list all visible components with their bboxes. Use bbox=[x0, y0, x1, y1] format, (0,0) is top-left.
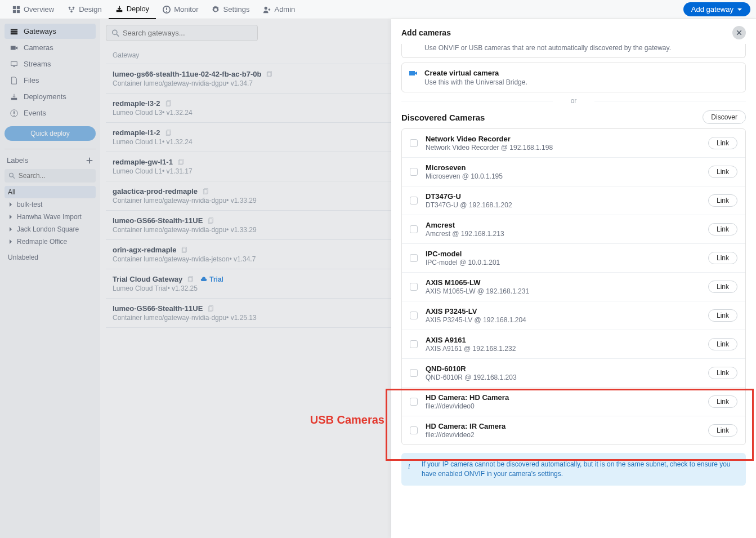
camera-checkbox[interactable] bbox=[410, 139, 418, 147]
file-icon bbox=[10, 77, 18, 85]
camera-checkbox[interactable] bbox=[410, 168, 418, 176]
discover-button[interactable]: Discover bbox=[703, 110, 746, 124]
panel-title: Add cameras bbox=[401, 28, 451, 37]
copy-icon[interactable] bbox=[187, 276, 194, 283]
label-item[interactable]: All bbox=[5, 186, 96, 198]
svg-point-21 bbox=[10, 173, 14, 177]
link-button[interactable]: Link bbox=[708, 309, 737, 322]
nav-label: Settings bbox=[223, 5, 249, 14]
svg-rect-2 bbox=[13, 10, 16, 12]
search-gateways[interactable] bbox=[106, 25, 258, 41]
top-nav: Overview Design Deploy Monitor Settings … bbox=[0, 0, 756, 19]
label-item[interactable]: Hanwha Wave Import bbox=[5, 211, 96, 223]
nav-label: Monitor bbox=[174, 5, 198, 14]
nav-admin[interactable]: Admin bbox=[256, 0, 302, 19]
link-button[interactable]: Link bbox=[708, 252, 737, 264]
nav-deploy[interactable]: Deploy bbox=[109, 0, 156, 19]
camera-checkbox[interactable] bbox=[410, 426, 418, 434]
nav-design[interactable]: Design bbox=[61, 0, 108, 19]
gear-icon bbox=[212, 6, 220, 14]
link-button[interactable]: Link bbox=[708, 367, 737, 379]
nav-overview[interactable]: Overview bbox=[6, 0, 61, 19]
camera-address: AXIS M1065-LW @ 192.168.1.231 bbox=[426, 287, 700, 295]
svg-rect-7 bbox=[116, 10, 122, 12]
quick-deploy-button[interactable]: Quick deploy bbox=[5, 126, 96, 141]
camera-checkbox[interactable] bbox=[410, 369, 418, 377]
camera-row: Network Video RecorderNetwork Video Reco… bbox=[402, 129, 745, 158]
copy-icon[interactable] bbox=[207, 305, 214, 312]
copy-icon[interactable] bbox=[266, 71, 272, 78]
sidebar-item-label: Deployments bbox=[24, 92, 66, 101]
camera-checkbox[interactable] bbox=[410, 398, 418, 406]
link-button[interactable]: Link bbox=[708, 166, 737, 178]
nav-monitor[interactable]: Monitor bbox=[156, 0, 205, 19]
copy-icon[interactable] bbox=[202, 188, 209, 195]
svg-point-10 bbox=[166, 11, 167, 12]
camera-checkbox[interactable] bbox=[410, 283, 418, 291]
label-text: Redmaple Office bbox=[17, 238, 67, 246]
sidebar-item-cameras[interactable]: Cameras bbox=[5, 40, 96, 55]
labels-search[interactable] bbox=[5, 169, 96, 183]
sidebar-item-label: Streams bbox=[24, 60, 51, 68]
streams-icon bbox=[10, 60, 18, 68]
chevron-right-icon bbox=[8, 214, 14, 220]
usb-annotation-label: USB Cameras bbox=[310, 413, 384, 426]
close-icon bbox=[736, 29, 742, 36]
label-unlabeled[interactable]: Unlabeled bbox=[5, 251, 96, 264]
manual-camera-card[interactable]: Use ONVIF or USB cameras that are not au… bbox=[401, 44, 746, 58]
label-item[interactable]: bulk-test bbox=[5, 198, 96, 211]
sidebar-item-deployments[interactable]: Deployments bbox=[5, 89, 96, 104]
camera-name: HD Camera: IR Camera bbox=[426, 422, 700, 430]
camera-checkbox[interactable] bbox=[410, 340, 418, 348]
copy-icon[interactable] bbox=[165, 100, 172, 107]
label-text: Unlabeled bbox=[8, 254, 38, 261]
camera-checkbox[interactable] bbox=[410, 197, 418, 204]
sidebar-item-gateways[interactable]: Gateways bbox=[5, 24, 96, 39]
svg-rect-15 bbox=[11, 46, 16, 50]
link-button[interactable]: Link bbox=[708, 194, 737, 207]
camera-name: QND-6010R bbox=[426, 364, 700, 373]
deployments-icon bbox=[10, 93, 18, 101]
label-text: All bbox=[8, 188, 15, 196]
copy-icon[interactable] bbox=[181, 247, 187, 254]
info-box: i If your IP camera cannot be discovered… bbox=[401, 453, 746, 486]
label-item[interactable]: Jack London Square bbox=[5, 223, 96, 235]
camera-address: QND-6010R @ 192.168.1.203 bbox=[426, 374, 700, 381]
search-gateways-input[interactable] bbox=[123, 29, 252, 37]
svg-rect-17 bbox=[11, 97, 17, 100]
virtual-camera-card[interactable]: Create virtual camera Use this with the … bbox=[401, 63, 746, 92]
link-button[interactable]: Link bbox=[708, 424, 737, 437]
camera-checkbox[interactable] bbox=[410, 312, 418, 319]
labels-search-input[interactable] bbox=[19, 172, 91, 180]
camera-address: Amcrest @ 192.168.1.213 bbox=[426, 230, 700, 238]
copy-icon[interactable] bbox=[177, 159, 184, 166]
copy-icon[interactable] bbox=[207, 217, 214, 224]
sidebar-item-files[interactable]: Files bbox=[5, 73, 96, 88]
camera-checkbox[interactable] bbox=[410, 254, 418, 262]
search-icon bbox=[9, 172, 15, 179]
copy-icon[interactable] bbox=[165, 130, 172, 136]
camera-checkbox[interactable] bbox=[410, 225, 418, 233]
camera-row: DT347G-UDT347G-U @ 192.168.1.202Link bbox=[402, 186, 745, 215]
camera-row: HD Camera: HD Camerafile:///dev/video0Li… bbox=[402, 388, 745, 416]
sidebar-item-events[interactable]: Events bbox=[5, 105, 96, 121]
close-button[interactable] bbox=[732, 26, 746, 39]
camera-address: Network Video Recorder @ 192.168.1.198 bbox=[426, 144, 700, 152]
add-gateway-button[interactable]: Add gateway bbox=[683, 2, 750, 16]
monitor-icon bbox=[163, 6, 171, 14]
info-icon: i bbox=[408, 462, 410, 472]
label-item[interactable]: Redmaple Office bbox=[5, 235, 96, 248]
chevron-right-icon bbox=[8, 202, 14, 207]
camera-name: Network Video Recorder bbox=[426, 135, 700, 143]
cloud-icon bbox=[200, 276, 207, 283]
link-button[interactable]: Link bbox=[708, 281, 737, 293]
nav-settings[interactable]: Settings bbox=[205, 0, 256, 19]
label-text: Jack London Square bbox=[17, 225, 79, 233]
svg-point-11 bbox=[265, 6, 267, 9]
sidebar-item-streams[interactable]: Streams bbox=[5, 56, 96, 72]
link-button[interactable]: Link bbox=[708, 338, 737, 350]
plus-icon[interactable] bbox=[86, 157, 93, 164]
link-button[interactable]: Link bbox=[708, 395, 737, 408]
link-button[interactable]: Link bbox=[708, 137, 737, 149]
link-button[interactable]: Link bbox=[708, 223, 737, 235]
